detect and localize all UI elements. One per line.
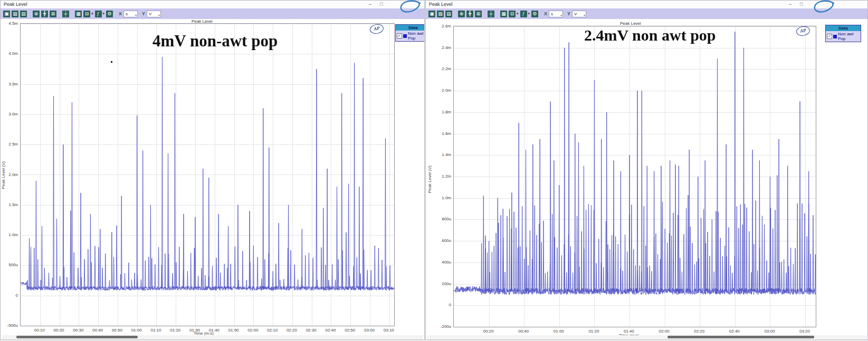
data-table-icon[interactable]: ▦ [75, 11, 82, 17]
x-tick-label: 01:00 [128, 328, 146, 333]
x-tick-label: 01:40 [205, 328, 223, 333]
x-tick-label: 00:50 [108, 328, 126, 333]
y-tick-label: 2.0m [434, 88, 451, 93]
y-unit-select[interactable]: V ▾ [147, 11, 161, 17]
x-tick-label: 02:00 [655, 329, 673, 334]
data-table-icon[interactable]: ▦ [500, 11, 507, 17]
function-icon[interactable]: ƒ [95, 11, 102, 17]
x-tick-label: 02:10 [263, 328, 281, 333]
minimize-button[interactable]: – [789, 1, 791, 8]
y-tick-label: -500u [1, 323, 18, 328]
axis-display-icon[interactable]: ⊟ [83, 11, 90, 17]
toolbar-icons: ▣▨▤⊕╋⊞┼▦⊟▾ƒ▾⚙ [428, 11, 540, 17]
chart-title: Peak Level [620, 21, 641, 26]
x-tick-label: 01:10 [147, 328, 165, 333]
h-scrollbar-thumb[interactable] [667, 336, 814, 338]
y-tick-label: 2.5m [1, 142, 18, 147]
zoom-fit-icon[interactable]: ⊞ [50, 11, 56, 17]
x-tick-label: 02:30 [302, 328, 320, 333]
x-tick-label: 00:10 [31, 328, 49, 333]
chart-area: Peak Level Peak Level (V) 4mV non-awt po… [1, 19, 424, 339]
waveform-plot[interactable] [21, 24, 394, 326]
pan-icon[interactable]: ╋ [466, 11, 473, 17]
y-tick-label: 1.0m [434, 196, 451, 200]
axis-display-icon[interactable]: ⊟ [509, 11, 516, 17]
legend-item[interactable]: ✓ Non awt Pop [826, 31, 861, 42]
y-tick-label: 2.2m [434, 66, 451, 71]
y-axis-unit-label: Y [142, 11, 145, 16]
y-tick-label: 2.6m [434, 24, 451, 28]
chart-area: Peak Level Peak Level (V) 2.4mV non awt … [426, 19, 867, 339]
axis-display-dropdown-arrow[interactable]: ▾ [91, 12, 93, 16]
x-tick-label: 00:20 [50, 328, 68, 333]
y-tick-label: 1.8m [434, 110, 451, 114]
peak-level-window-left: Peak Level – □ ▣▨▤⊕╋⊞┼▦⊟▾ƒ▾⚙ X s ▾ Y V ▾… [0, 0, 425, 340]
legend-item[interactable]: ✓ Non awt Pop [396, 31, 425, 41]
zoom-icon[interactable]: ⊕ [458, 11, 465, 17]
y-axis-label: Peak Level (V) [427, 165, 432, 193]
h-scrollbar-thumb[interactable] [16, 336, 138, 338]
x-unit-select[interactable]: s ▾ [123, 11, 138, 17]
y-tick-label: 500u [1, 262, 18, 267]
x-tick-label: 03:10 [380, 328, 398, 333]
chart-annotation: 4mV non-awt pop [152, 32, 278, 51]
x-tick-label: 00:20 [480, 329, 498, 334]
x-tick-label: 02:20 [690, 329, 708, 334]
restore-button[interactable]: □ [380, 1, 383, 8]
peak-level-window-right: Peak Level – □ ▣▨▤⊕╋⊞┼▦⊟▾ƒ▾⚙ X s ▾ Y V ▾… [425, 0, 868, 340]
x-tick-label: 00:40 [89, 328, 107, 333]
export-image-icon[interactable]: ▨ [12, 11, 18, 17]
chart-annotation: 2.4mV non awt pop [584, 26, 716, 44]
chevron-down-icon: ▾ [158, 12, 160, 18]
function-dropdown-arrow[interactable]: ▾ [528, 12, 530, 16]
y-unit-select[interactable]: V ▾ [572, 11, 586, 17]
settings-gear-icon[interactable]: ⚙ [531, 11, 538, 17]
toolbar: ▣▨▤⊕╋⊞┼▦⊟▾ƒ▾⚙ X s ▾ Y V ▾ [1, 8, 424, 19]
export-image-icon[interactable]: ▨ [437, 11, 444, 17]
x-tick-label: 03:00 [360, 328, 378, 333]
save-icon[interactable]: ▣ [3, 11, 10, 17]
pan-icon[interactable]: ╋ [41, 11, 48, 17]
title-bar[interactable]: Peak Level – □ [426, 1, 867, 8]
chevron-down-icon: ▾ [560, 12, 562, 18]
axis-display-dropdown-arrow[interactable]: ▾ [517, 12, 519, 16]
x-tick-label: 01:20 [585, 329, 603, 334]
window-title: Peak Level [429, 2, 453, 7]
legend-item-label: Non awt Pop [408, 31, 425, 41]
zoom-fit-icon[interactable]: ⊞ [475, 11, 482, 17]
minimize-button[interactable]: – [369, 1, 371, 8]
y-tick-label: 3.5m [1, 82, 18, 86]
settings-gear-icon[interactable]: ⚙ [106, 11, 113, 17]
y-tick-label: 0 [1, 293, 18, 298]
cursors-icon[interactable]: ┼ [488, 11, 494, 17]
print-icon[interactable]: ▤ [20, 11, 27, 17]
y-tick-label: 1.5m [1, 202, 18, 207]
waveform-plot[interactable] [454, 26, 816, 327]
chevron-down-icon: ▾ [135, 12, 137, 18]
y-tick-label: 2.4m [434, 45, 451, 50]
function-dropdown-arrow[interactable]: ▾ [103, 12, 105, 16]
x-unit-select[interactable]: s ▾ [549, 11, 563, 17]
zoom-icon[interactable]: ⊕ [33, 11, 40, 17]
y-tick-label: 4.5m [1, 21, 18, 26]
stray-cursor-dot [111, 61, 112, 63]
x-tick-label: 03:20 [796, 329, 814, 334]
restore-button[interactable]: □ [800, 1, 803, 8]
function-icon[interactable]: ƒ [520, 11, 527, 17]
y-tick-label: 200u [434, 281, 451, 286]
x-axis-unit-label: X [119, 11, 122, 16]
x-tick-label: 02:50 [341, 328, 359, 333]
x-axis-unit-label: X [544, 11, 547, 16]
toolbar: ▣▨▤⊕╋⊞┼▦⊟▾ƒ▾⚙ X s ▾ Y V ▾ [426, 8, 867, 19]
y-tick-label: 2.0m [1, 172, 18, 177]
legend-checkbox[interactable]: ✓ [397, 33, 402, 38]
cursors-icon[interactable]: ┼ [62, 11, 69, 17]
title-bar[interactable]: Peak Level – □ [1, 1, 424, 8]
save-icon[interactable]: ▣ [428, 11, 435, 17]
y-axis-unit-label: Y [567, 11, 570, 16]
legend-checkbox[interactable]: ✓ [827, 34, 832, 39]
y-tick-label: 1.4m [434, 152, 451, 157]
x-tick-label: 01:50 [225, 328, 243, 333]
y-tick-label: 1.6m [434, 131, 451, 136]
print-icon[interactable]: ▤ [445, 11, 452, 17]
